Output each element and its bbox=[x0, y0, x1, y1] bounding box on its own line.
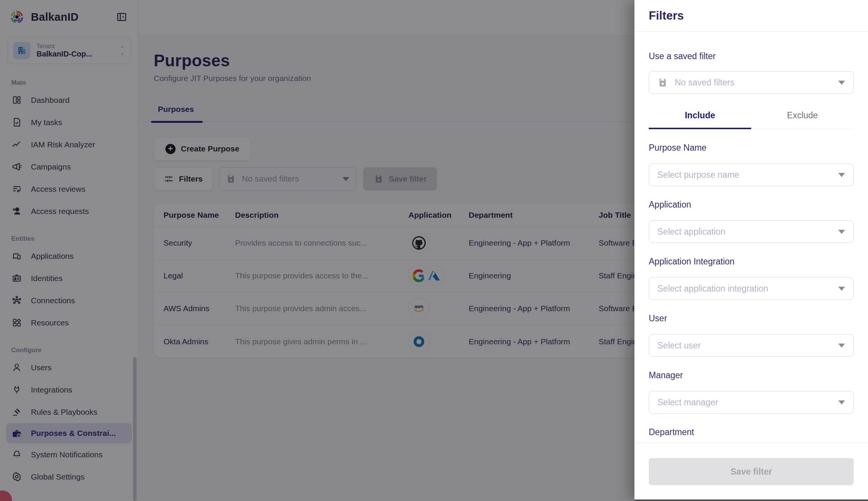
filter-placeholder: Select user bbox=[657, 341, 838, 351]
filter-field-application: ApplicationSelect application bbox=[649, 200, 854, 243]
filter-label-user: User bbox=[649, 313, 854, 324]
window-edge bbox=[634, 499, 868, 501]
filter-select-manager[interactable]: Select manager bbox=[649, 391, 854, 414]
filter-placeholder: Select application integration bbox=[657, 284, 838, 294]
filter-label-manager: Manager bbox=[649, 370, 854, 380]
filter-label-application-integration: Application Integration bbox=[649, 257, 854, 267]
filter-label-purpose-name: Purpose Name bbox=[649, 143, 854, 153]
filter-placeholder: Select application bbox=[657, 227, 838, 237]
filters-drawer: Filters Use a saved filter No saved filt… bbox=[634, 0, 868, 501]
save-icon bbox=[657, 77, 668, 88]
drawer-saved-filters-select[interactable]: No saved filters bbox=[649, 71, 854, 94]
drawer-save-filter-button[interactable]: Save filter bbox=[649, 458, 854, 485]
chevron-down-icon bbox=[838, 287, 845, 291]
filter-label-application: Application bbox=[649, 200, 854, 210]
filter-label-department: Department bbox=[649, 427, 854, 437]
filter-placeholder: Select purpose name bbox=[657, 170, 838, 180]
filter-select-purpose-name[interactable]: Select purpose name bbox=[649, 163, 854, 186]
filter-select-user[interactable]: Select user bbox=[649, 334, 854, 357]
chevron-down-icon bbox=[838, 173, 845, 177]
tab-exclude[interactable]: Exclude bbox=[751, 110, 854, 129]
filter-placeholder: Select manager bbox=[657, 397, 838, 408]
saved-filter-label: Use a saved filter bbox=[649, 51, 854, 61]
filter-select-application[interactable]: Select application bbox=[649, 220, 854, 243]
chevron-down-icon bbox=[838, 344, 845, 348]
chevron-down-icon bbox=[838, 81, 845, 85]
drawer-saved-filters-placeholder: No saved filters bbox=[675, 78, 838, 88]
filter-field-application-integration: Application IntegrationSelect applicatio… bbox=[649, 257, 854, 300]
filter-field-manager: ManagerSelect manager bbox=[649, 370, 854, 414]
drawer-title: Filters bbox=[649, 9, 684, 23]
chevron-down-icon bbox=[838, 230, 845, 234]
tab-include[interactable]: Include bbox=[649, 110, 751, 129]
chevron-down-icon bbox=[838, 400, 845, 405]
filter-select-application-integration[interactable]: Select application integration bbox=[649, 277, 854, 300]
include-exclude-tabs: IncludeExclude bbox=[649, 110, 854, 129]
drawer-footer: Save filter bbox=[634, 443, 868, 499]
filter-field-purpose-name: Purpose NameSelect purpose name bbox=[649, 143, 854, 186]
filter-field-user: UserSelect user bbox=[649, 313, 854, 357]
